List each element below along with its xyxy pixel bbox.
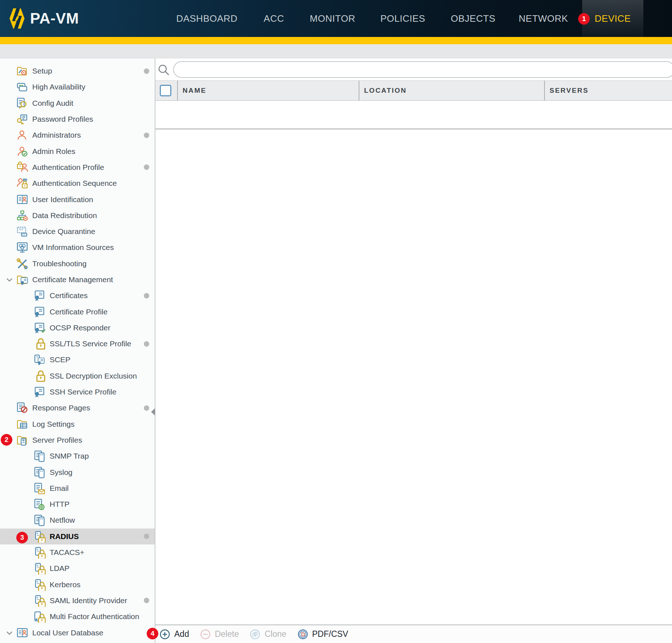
sidebar-item-label: Data Redistribution <box>32 211 97 220</box>
expander-chevron-down-icon[interactable] <box>3 275 16 284</box>
sidebar-item-label: Response Pages <box>32 404 90 412</box>
nav-tab-policies[interactable]: POLICIES <box>380 0 425 37</box>
pdf-csv-button[interactable]: PDF/CSV <box>297 629 348 640</box>
add-button[interactable]: Add <box>159 629 189 640</box>
certificates-icon <box>33 289 46 302</box>
main-panel: NAME LOCATION SERVERS AddDeleteClonePDF/… <box>155 58 672 643</box>
sidebar-item-config-audit[interactable]: Config Audit <box>0 95 155 111</box>
sidebar-item-ocsp-responder[interactable]: OCSP Responder <box>0 320 155 336</box>
expander-spacer <box>3 195 16 204</box>
nav-tab-monitor[interactable]: MONITOR <box>310 0 355 37</box>
sidebar-item-label: SSL Decryption Exclusion <box>50 372 137 380</box>
sidebar-item-admin-roles[interactable]: Admin Roles <box>0 143 155 159</box>
delete-icon <box>200 629 211 640</box>
search-input[interactable] <box>173 61 672 78</box>
sidebar-item-label: Config Audit <box>32 99 73 108</box>
status-dot <box>144 133 149 138</box>
table-body-empty <box>155 101 672 129</box>
column-header-servers[interactable]: SERVERS <box>544 81 672 100</box>
sidebar-item-syslog[interactable]: Syslog <box>0 464 155 480</box>
sidebar-item-label: Certificates <box>50 291 88 300</box>
sidebar-item-certificate-management[interactable]: Certificate Management <box>0 272 155 288</box>
sidebar-item-authentication-profile[interactable]: Authentication Profile <box>0 159 155 175</box>
sidebar-item-ldap[interactable]: LDAP <box>0 560 155 576</box>
lock-icon <box>33 338 46 350</box>
pdf-csv-button-label: PDF/CSV <box>312 629 348 639</box>
sidebar-item-ssl-tls-service-profile[interactable]: SSL/TLS Service Profile <box>0 336 155 352</box>
sidebar-item-ssl-decryption-exclusion[interactable]: SSL Decryption Exclusion <box>0 368 155 384</box>
sidebar-item-log-settings[interactable]: Log Settings <box>0 416 155 432</box>
sidebar-item-user-identification[interactable]: User Identification <box>0 191 155 207</box>
sidebar-item-label: SSL/TLS Service Profile <box>50 339 131 348</box>
server-lock-icon <box>33 562 46 575</box>
nav-tab-objects[interactable]: OBJECTS <box>451 0 495 37</box>
expander-chevron-down-icon[interactable] <box>3 629 16 637</box>
sidebar-item-label: Certificate Profile <box>50 308 108 316</box>
sidebar-item-password-profiles[interactable]: Password Profiles <box>0 111 155 127</box>
sidebar-collapse-handle[interactable] <box>151 408 155 416</box>
select-all-checkbox[interactable] <box>160 85 171 96</box>
sidebar-item-tacacs[interactable]: TACACS+ <box>0 544 155 560</box>
expander-spacer <box>3 227 16 236</box>
sidebar-item-netflow[interactable]: Netflow <box>0 512 155 528</box>
column-header-location[interactable]: LOCATION <box>359 81 544 100</box>
add-button-label: Add <box>174 629 189 639</box>
clone-button: Clone <box>250 629 286 640</box>
sidebar-item-label: TACACS+ <box>50 548 84 557</box>
nav-tab-acc[interactable]: ACC <box>264 0 284 37</box>
sidebar-item-snmp-trap[interactable]: SNMP Trap <box>0 448 155 464</box>
server-profiles-icon <box>16 434 28 446</box>
sidebar-item-label: RADIUS <box>50 532 79 541</box>
sidebar-item-vm-information-sources[interactable]: VM Information Sources <box>0 239 155 255</box>
sidebar-item-label: SSH Service Profile <box>50 388 116 396</box>
sidebar-item-kerberos[interactable]: Kerberos <box>0 577 155 593</box>
expander-spacer <box>3 404 16 412</box>
expander-spacer <box>3 83 16 91</box>
password-profiles-icon <box>16 113 28 125</box>
sidebar-item-administrators[interactable]: Administrators <box>0 127 155 143</box>
column-header-name[interactable]: NAME <box>177 81 359 100</box>
nav-tab-network[interactable]: NETWORK <box>519 0 568 37</box>
sidebar-item-label: Password Profiles <box>32 115 93 124</box>
authentication-profile-icon <box>16 161 28 174</box>
status-dot <box>144 598 149 603</box>
sidebar-item-high-availability[interactable]: High Availability <box>0 79 155 95</box>
sidebar-item-multi-factor-authentication[interactable]: Multi Factor Authentication <box>0 609 155 625</box>
vm-information-sources-icon <box>16 241 28 254</box>
accent-bar <box>0 37 672 44</box>
sidebar-item-http[interactable]: HTTP <box>0 496 155 512</box>
expander-spacer <box>3 131 16 139</box>
sidebar-item-authentication-sequence[interactable]: 123Authentication Sequence <box>0 175 155 191</box>
sub-header-strip <box>0 44 672 58</box>
nav-tab-device[interactable]: DEVICE <box>582 0 643 37</box>
sidebar-item-response-pages[interactable]: Response Pages <box>0 400 155 416</box>
sidebar-item-server-profiles[interactable]: Server Profiles <box>0 432 155 448</box>
brand-text: PA-VM <box>30 10 79 27</box>
sidebar-item-label: Multi Factor Authentication <box>50 612 139 621</box>
certificates-icon <box>33 306 46 318</box>
http-icon <box>33 498 46 510</box>
sidebar-item-local-user-database[interactable]: Local User Database <box>0 625 155 640</box>
sidebar-item-label: SNMP Trap <box>50 452 89 460</box>
data-redistribution-icon <box>16 209 28 222</box>
server-lock-icon <box>33 594 46 607</box>
config-audit-icon <box>16 97 28 109</box>
ocsp-responder-icon <box>33 322 46 334</box>
annotation-badge-3: 3 <box>16 532 28 543</box>
sidebar-item-scep[interactable]: SCEP <box>0 352 155 368</box>
sidebar-item-data-redistribution[interactable]: Data Redistribution <box>0 208 155 224</box>
sidebar-item-setup[interactable]: Setup <box>0 63 155 79</box>
sidebar-item-label: Admin Roles <box>32 147 75 156</box>
sidebar-item-certificates[interactable]: Certificates <box>0 288 155 304</box>
sidebar-item-certificate-profile[interactable]: Certificate Profile <box>0 304 155 320</box>
server-lock-icon <box>33 579 46 591</box>
sidebar-item-label: Email <box>50 484 69 493</box>
sidebar-item-saml-identity-provider[interactable]: SAML Identity Provider <box>0 593 155 609</box>
sidebar-item-troubleshooting[interactable]: Troubleshooting <box>0 256 155 272</box>
sidebar-item-device-quarantine[interactable]: Device Quarantine <box>0 224 155 239</box>
sidebar-item-ssh-service-profile[interactable]: SSH Service Profile <box>0 384 155 400</box>
sidebar-item-email[interactable]: Email <box>0 480 155 496</box>
status-dot <box>144 405 149 411</box>
top-nav: PA-VM DASHBOARDACCMONITORPOLICIESOBJECTS… <box>0 0 672 37</box>
nav-tab-dashboard[interactable]: DASHBOARD <box>176 0 237 37</box>
